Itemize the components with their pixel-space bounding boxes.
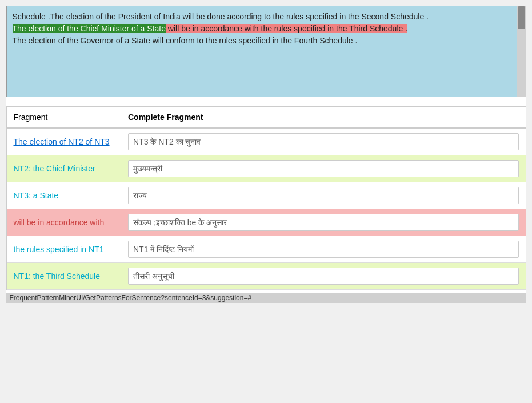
fragment-label-3: will be in accordance with: [14, 218, 105, 227]
complete-cell-3[interactable]: [121, 209, 526, 236]
table-row: NT2: the Chief Minister: [7, 155, 526, 182]
fragment-cell-2: NT3: a State: [7, 182, 121, 209]
table-row: NT1: the Third Schedule: [7, 263, 526, 290]
complete-cell-1[interactable]: [121, 155, 526, 182]
complete-input-2[interactable]: [128, 187, 519, 204]
fragment-cell-0[interactable]: The election of NT2 of NT3: [7, 128, 121, 155]
fragment-cell-5: NT1: the Third Schedule: [7, 263, 121, 290]
complete-cell-0[interactable]: [121, 128, 526, 155]
table-row: the rules specified in NT1: [7, 236, 526, 263]
complete-input-5[interactable]: [128, 268, 519, 285]
complete-input-0[interactable]: [128, 133, 519, 150]
passage-text-after: The election of the Governor of a State …: [13, 36, 358, 45]
table-header-row: Fragment Complete Fragment: [7, 107, 526, 128]
fragment-cell-4: the rules specified in NT1: [7, 236, 121, 263]
complete-input-3[interactable]: [128, 214, 519, 231]
highlight-green: The election of the Chief Minister of a …: [13, 24, 166, 33]
fragment-table: Fragment Complete Fragment The election …: [7, 107, 526, 290]
highlight-pink-middle: will be in accordance with the rules spe…: [166, 24, 407, 33]
passage-area: Schedule .The election of the President …: [6, 6, 526, 97]
table-row: The election of NT2 of NT3: [7, 128, 526, 155]
table-row: NT3: a State: [7, 182, 526, 209]
col-header-fragment: Fragment: [7, 107, 121, 128]
complete-input-1[interactable]: [128, 160, 519, 177]
passage-text-before: Schedule .The election of the President …: [13, 12, 429, 21]
fragment-cell-1: NT2: the Chief Minister: [7, 155, 121, 182]
status-url: FrequentPatternMinerUI/GetPatternsForSen…: [10, 294, 252, 302]
fragment-table-container: Fragment Complete Fragment The election …: [6, 106, 526, 290]
fragment-label-1: NT2: the Chief Minister: [14, 164, 95, 173]
passage-text: Schedule .The election of the President …: [13, 11, 520, 47]
scrollbar[interactable]: [517, 6, 526, 97]
complete-cell-4[interactable]: [121, 236, 526, 263]
fragment-label-5: NT1: the Third Schedule: [14, 272, 101, 281]
scrollbar-thumb[interactable]: [518, 6, 525, 29]
col-header-complete: Complete Fragment: [121, 107, 526, 128]
main-container: Schedule .The election of the President …: [6, 6, 526, 303]
complete-input-4[interactable]: [128, 241, 519, 258]
fragment-label-2: NT3: a State: [14, 191, 59, 200]
complete-cell-2[interactable]: [121, 182, 526, 209]
status-bar: FrequentPatternMinerUI/GetPatternsForSen…: [6, 293, 526, 303]
complete-cell-5[interactable]: [121, 263, 526, 290]
table-row: will be in accordance with: [7, 209, 526, 236]
fragment-label-4: the rules specified in NT1: [14, 245, 104, 254]
fragment-label-0[interactable]: The election of NT2 of NT3: [14, 137, 110, 146]
fragment-cell-3: will be in accordance with: [7, 209, 121, 236]
